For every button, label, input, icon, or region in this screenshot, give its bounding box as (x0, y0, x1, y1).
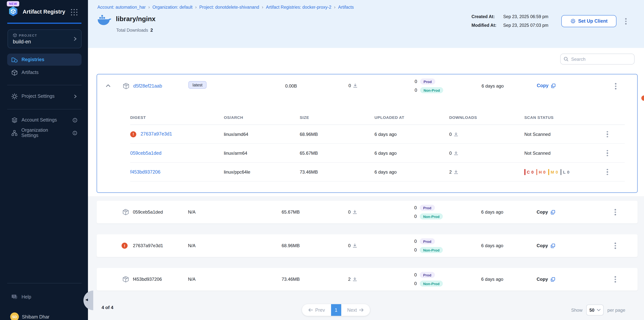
chevron-down-icon (596, 309, 600, 311)
digest-table: DIGEST OS/ARCH SIZE UPLOADED AT DOWNLOAD… (130, 110, 625, 182)
page-size-select[interactable]: 50 (586, 304, 604, 316)
uploaded-cell: 6 days ago (374, 150, 396, 156)
tag-badge: latest (188, 81, 207, 89)
avatar: SD (10, 312, 19, 320)
digest-table-header: DIGEST OS/ARCH SIZE UPLOADED AT DOWNLOAD… (130, 110, 625, 125)
row-kebab-menu[interactable] (613, 241, 618, 250)
version-digest-link[interactable]: 059ceb5a1ded (133, 210, 163, 215)
created-at-label: Created At: (472, 14, 503, 19)
severity-medium: M0 (548, 169, 558, 175)
version-digest-link[interactable]: d5f28ef21aab (133, 84, 162, 89)
versions-area: 059ceb5a1ded N/A 65.67MB 0 0 Prod 0 Non-… (88, 196, 644, 320)
osarch-cell: linux/amd64 (224, 132, 248, 137)
page-number-active[interactable]: 1 (331, 304, 341, 316)
osarch-cell: linux/arm64 (224, 150, 247, 156)
sidebar: NEW Artifact Registry PROJECT build-en (0, 0, 88, 320)
downloads-cell: 0 (340, 210, 365, 215)
col-header-scan: SCAN STATUS (524, 115, 554, 120)
set-up-client-button[interactable]: Set Up Client (561, 15, 616, 27)
copy-button[interactable]: Copy (531, 210, 561, 215)
tag-cell: N/A (188, 210, 196, 215)
prev-page-button[interactable]: Prev (302, 304, 331, 316)
digest-link[interactable]: 27637a97e3d1 (140, 131, 172, 136)
sidebar-accent-divider (7, 23, 82, 24)
prod-badge: Prod (420, 78, 435, 84)
copy-button[interactable]: Copy (531, 243, 561, 248)
warning-icon: ! (130, 131, 136, 137)
row-kebab-menu[interactable] (613, 275, 618, 284)
package-icon (122, 209, 129, 216)
row-kebab-menu[interactable] (605, 148, 610, 158)
version-row: d5f28ef21aab latest 0.00B 0 0 Prod (97, 74, 637, 98)
downloads-cell: 2 (340, 276, 365, 282)
project-selector[interactable]: PROJECT build-en (8, 30, 82, 48)
divider (7, 109, 82, 110)
copy-button[interactable]: Copy (531, 83, 561, 88)
breadcrumb-account[interactable]: Account: automation_har (98, 5, 146, 10)
new-badge: NEW (7, 1, 20, 6)
search-box (560, 54, 634, 64)
sidebar-item-label: Artifacts (22, 70, 38, 75)
user-menu[interactable]: SD Shibam Dhar (10, 312, 50, 320)
org-chart-icon (11, 130, 18, 136)
sidebar-item-label: Help (22, 294, 31, 300)
digest-row: f453bd937206 linux/ppc64le 73.46MB 6 day… (130, 163, 625, 182)
modified-at-label: Modified At: (472, 23, 503, 28)
nonprod-badge: Non-Prod (420, 247, 443, 253)
downloads-cell: 2 (449, 169, 458, 174)
updated-cell: 6 days ago (470, 210, 515, 215)
updated-cell: 6 days ago (470, 276, 515, 282)
nonprod-count: 0 (413, 281, 417, 286)
breadcrumb-artifacts[interactable]: Artifacts (338, 5, 354, 10)
row-kebab-menu[interactable] (613, 208, 618, 217)
sidebar-item-label: Project Settings (22, 94, 54, 99)
prod-badge: Prod (420, 205, 435, 211)
scan-status-cell: Not Scanned (524, 150, 550, 156)
app-title: Artifact Registry (23, 9, 65, 15)
header-kebab-menu[interactable] (624, 16, 628, 26)
digest-link[interactable]: 059ceb5a1ded (130, 150, 162, 156)
info-icon (73, 130, 78, 135)
search-icon (564, 56, 568, 62)
digest-link[interactable]: f453bd937206 (130, 169, 160, 174)
breadcrumb-organization[interactable]: Organization: default (152, 5, 192, 10)
collapse-chevron-icon[interactable] (105, 83, 111, 89)
row-kebab-menu[interactable] (614, 82, 618, 91)
row-kebab-menu[interactable] (605, 167, 610, 176)
result-count: 4 of 4 (102, 305, 114, 310)
sidebar-item-organization-settings[interactable]: Organization Settings (7, 127, 82, 139)
arrow-right-icon (359, 308, 364, 312)
prod-count: 0 (413, 272, 417, 278)
col-header-size: SIZE (300, 115, 309, 120)
download-icon (352, 277, 357, 282)
breadcrumb-registry[interactable]: Artifact Registries: docker-proxy-2 (266, 5, 331, 10)
copy-icon (550, 243, 555, 248)
chevron-right-icon (73, 94, 78, 98)
nonprod-count: 0 (413, 247, 417, 253)
version-digest-link[interactable]: f453bd937206 (133, 276, 162, 282)
sidebar-item-help[interactable]: ? Help (7, 291, 82, 303)
sidebar-item-registries[interactable]: Registries (7, 54, 82, 66)
app-switcher-icon[interactable] (71, 9, 78, 16)
nonprod-count: 0 (413, 88, 417, 93)
severity-low: L0 (560, 169, 570, 175)
user-name: Shibam Dhar (22, 314, 50, 320)
copy-button[interactable]: Copy (531, 276, 561, 282)
gear-icon (11, 93, 18, 100)
search-input[interactable] (571, 56, 628, 62)
next-page-button[interactable]: Next (341, 304, 370, 316)
sidebar-item-artifacts[interactable]: Artifacts (7, 66, 82, 78)
sidebar-item-label: Registries (22, 57, 44, 62)
sidebar-item-label: Account Settings (22, 117, 57, 123)
breadcrumb-project[interactable]: Project: donotdelete-shivanand (199, 5, 259, 10)
tag-cell: N/A (188, 243, 196, 248)
version-digest-link[interactable]: 27637a97e3d1 (133, 243, 163, 248)
package-icon (122, 276, 129, 283)
created-at-value: Sep 23, 2025 06:59 pm (503, 14, 548, 19)
row-kebab-menu[interactable] (605, 130, 610, 139)
sidebar-item-account-settings[interactable]: Account Settings (7, 114, 82, 126)
content-area: d5f28ef21aab latest 0.00B 0 0 Prod (88, 48, 644, 196)
uploaded-cell: 6 days ago (374, 169, 396, 174)
sidebar-item-project-settings[interactable]: Project Settings (7, 90, 82, 102)
nonprod-badge: Non-Prod (420, 87, 443, 93)
